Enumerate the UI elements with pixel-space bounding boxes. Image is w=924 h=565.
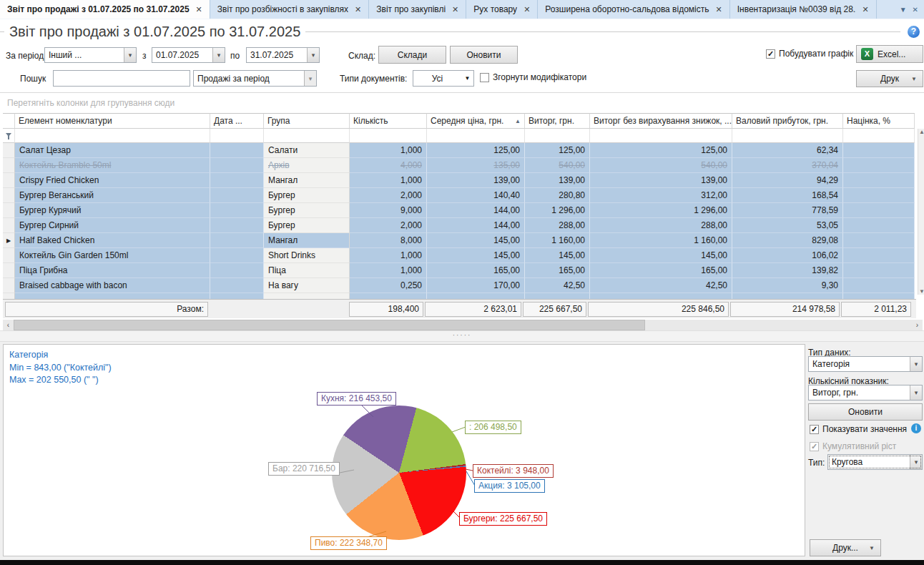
filter-cell[interactable] [210,129,264,143]
search-input[interactable] [53,70,190,87]
chevron-down-icon[interactable]: ▾ [124,48,136,62]
cell-qty[interactable]: 8,000 [350,233,427,248]
period-combobox[interactable]: Інший ...▾ [44,47,137,63]
cell-qty[interactable]: 2,000 [350,188,427,203]
table-row[interactable]: Салат ЦезарСалати1,000125,00125,00125,00… [3,143,915,158]
tab[interactable]: Розширена оборотно-сальдова відомість✕ [538,0,729,19]
cell-revenue[interactable]: 165,00 [525,263,590,278]
tab-close-icon[interactable]: ✕ [355,5,361,14]
cell-avg-price[interactable]: 165,00 [427,263,525,278]
excel-button[interactable]: X Excel... [856,45,923,63]
cell-date[interactable] [210,248,264,263]
stores-button[interactable]: Склади [378,46,446,64]
row-selector[interactable] [3,278,15,293]
data-type-combobox[interactable]: Категорія▾ [808,356,923,372]
build-chart-checkbox[interactable]: ✓ Побудувати графік [766,49,853,59]
cell-date[interactable] [210,158,264,173]
cell-group[interactable]: Архів [264,158,350,173]
cell-avg-price[interactable]: 139,00 [427,173,525,188]
tab[interactable]: Звіт про закупівлі✕ [369,0,466,19]
cell-date[interactable] [210,188,264,203]
cell-date[interactable] [210,143,264,158]
cell-gross-profit[interactable]: 9,30 [732,278,843,293]
scroll-left-icon[interactable]: ‹ [3,321,14,329]
cell-avg-price[interactable]: 144,00 [427,218,525,233]
checkbox-box[interactable]: ✓ [810,425,819,434]
tabbar-close-icon[interactable]: ✕ [913,6,918,14]
metric-combobox[interactable]: Виторг, грн.▾ [808,385,923,401]
cell-revenue[interactable]: 288,00 [525,218,590,233]
row-selector[interactable] [3,158,15,173]
cell-markup[interactable] [843,158,915,173]
cell-markup[interactable] [843,278,915,293]
cell-revenue-no-discount[interactable]: 145,00 [590,248,732,263]
chevron-down-icon[interactable]: ▾ [910,455,922,469]
filter-cell[interactable] [732,129,843,143]
show-values-checkbox[interactable]: ✓ Показувати значення [810,424,907,434]
info-icon[interactable]: i [911,423,921,433]
row-selector[interactable] [3,248,15,263]
cell-gross-profit[interactable]: 370,04 [732,158,843,173]
column-header[interactable]: Елемент номенклатури [15,113,210,129]
filter-cell[interactable] [427,129,525,143]
help-icon[interactable]: ? [908,26,920,38]
table-row[interactable]: Коктейль Gin Garden 150mlShort Drinks1,0… [3,248,915,263]
checkbox-box[interactable]: ✓ [766,49,775,59]
cell-group[interactable]: Мангал [264,233,350,248]
cell-name[interactable]: Салат Цезар [15,143,210,158]
cell-qty[interactable]: 2,000 [350,218,427,233]
cell-revenue[interactable]: 42,50 [525,278,590,293]
cell-group[interactable]: Short Drinks [264,248,350,263]
cell-revenue[interactable]: 139,00 [525,173,590,188]
scroll-down-icon[interactable]: ▼ [919,288,924,295]
cell-avg-price[interactable]: 144,00 [427,203,525,218]
cell-markup[interactable] [843,188,915,203]
cell-revenue-no-discount[interactable]: 312,00 [590,188,732,203]
column-header[interactable]: Кількість [350,113,427,129]
table-row[interactable]: Crispy Fried ChickenМангал1,000139,00139… [3,173,915,188]
print-button[interactable]: Друк▼ [856,70,923,87]
chart-print-button[interactable]: Друк...▼ [810,539,881,556]
table-row[interactable]: Піца ГрибнаПіца1,000165,00165,00165,0013… [3,263,915,278]
cell-qty[interactable]: 1,000 [350,263,427,278]
column-header[interactable]: Група [264,113,350,129]
cell-group[interactable]: Салати [264,143,350,158]
tab-close-icon[interactable]: ✕ [524,5,530,14]
chevron-down-icon[interactable]: ▾ [212,48,225,62]
cell-group[interactable]: Мангал [264,173,350,188]
cell-markup[interactable] [843,263,915,278]
cell-revenue[interactable]: 1 160,00 [525,233,590,248]
filter-cell[interactable] [525,129,590,143]
cell-group[interactable]: Бургер [264,218,350,233]
tab[interactable]: Рух товару✕ [466,0,538,19]
row-selector[interactable] [3,263,15,278]
column-header[interactable]: Виторг, грн. [525,113,590,129]
date-to-combobox[interactable]: 31.07.2025▾ [246,47,320,63]
cell-avg-price[interactable]: 170,00 [427,278,525,293]
cell-group[interactable]: Бургер [264,188,350,203]
cell-gross-profit[interactable]: 139,82 [732,263,843,278]
cell-date[interactable] [210,218,264,233]
doc-types-combobox[interactable]: Усі▼ [413,70,474,87]
cell-gross-profit[interactable]: 53,05 [732,218,843,233]
pie-chart[interactable] [332,406,466,540]
vertical-scrollbar[interactable]: ▲▼ [918,129,924,295]
cell-name[interactable]: Бургер Курячий [15,203,210,218]
cell-name[interactable]: Crispy Fried Chicken [15,173,210,188]
filter-cell[interactable] [843,129,915,143]
table-row[interactable]: Бургер КурячийБургер9,000144,001 296,001… [3,203,915,218]
cell-qty[interactable]: 1,000 [350,248,427,263]
chevron-down-icon[interactable]: ▾ [307,48,319,62]
cell-revenue[interactable]: 1 296,00 [525,203,590,218]
horizontal-scrollbar[interactable]: ‹ › [3,320,923,330]
table-row[interactable]: Бургер СирнийБургер2,000144,00288,00288,… [3,218,915,233]
cell-revenue-no-discount[interactable]: 1 160,00 [590,233,732,248]
cell-gross-profit[interactable]: 106,02 [732,248,843,263]
cell-name[interactable]: Бургер Сирний [15,218,210,233]
collapse-modifiers-checkbox[interactable]: Згорнути модифікатори [480,72,586,82]
column-header[interactable]: Валовий прибуток, грн. [732,113,843,129]
cell-qty[interactable]: 4,000 [350,158,427,173]
tab[interactable]: Інвентаризація №0039 від 28.10.2✕ [730,0,877,19]
report-mode-combobox[interactable]: Продажі за період▾ [193,70,317,87]
cell-group[interactable]: Піца [264,263,350,278]
